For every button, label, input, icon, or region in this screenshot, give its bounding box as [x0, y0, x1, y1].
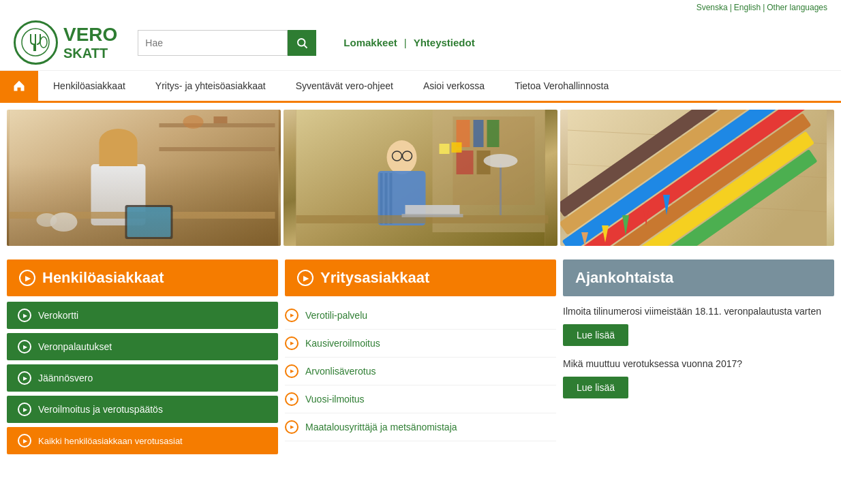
svg-rect-11 [91, 164, 146, 225]
svg-rect-28 [440, 144, 450, 154]
vuosi-ilmoitus-arrow [285, 392, 299, 406]
veronpalautukset-button[interactable]: Veronpalautukset [7, 333, 278, 360]
home-icon [12, 79, 26, 93]
nav-tietoa[interactable]: Tietoa Verohallinnosta [500, 72, 624, 99]
svenska-link[interactable]: Svenska [697, 3, 728, 12]
svg-rect-29 [452, 142, 462, 153]
henkiloasiakkaat-title: Henkilöasiakkaat [42, 269, 164, 287]
henkiloasiakkaat-header[interactable]: Henkilöasiakkaat [7, 259, 278, 296]
arvonlisaverotus-link[interactable]: Arvonlisäverotus [285, 358, 556, 385]
hero-woman-image [7, 110, 281, 246]
kaikki-button[interactable]: Kaikki henkilöasiakkaan verotusasiat [7, 427, 278, 454]
yritysasiakkaat-arrow-icon [297, 270, 314, 286]
veronpalautukset-arrow [18, 340, 31, 353]
maatalous-arrow [285, 420, 299, 434]
content-section: Henkilöasiakkaat Verokortti Veronpalautu… [0, 253, 841, 465]
search-button[interactable] [288, 30, 316, 56]
hero-image-2 [284, 110, 557, 246]
veroilmoitus-arrow [18, 403, 31, 416]
hero-man-svg [284, 110, 557, 246]
svg-rect-6 [159, 123, 275, 127]
yritysasiakkaat-title: Yritysasiakkaat [320, 269, 429, 287]
veroilmoitus-label: Veroilmoitus ja verotuspäätös [38, 404, 163, 415]
logo-vero: VERO [63, 25, 117, 46]
svg-rect-16 [127, 207, 171, 237]
svg-point-1 [40, 37, 47, 48]
nav-yritys[interactable]: Yritys- ja yhteisöasiakkaat [140, 72, 281, 99]
verokortti-label: Verokortti [38, 310, 78, 321]
nav-home-button[interactable] [0, 71, 38, 101]
kausivero-link[interactable]: Kausiveroilmoitus [285, 330, 556, 358]
verokortti-arrow [18, 309, 31, 322]
verotili-arrow [285, 309, 299, 322]
arvonlisaverotus-arrow [285, 364, 299, 378]
veronpalautukset-label: Veronpalautukset [38, 341, 112, 352]
svg-rect-39 [406, 205, 460, 215]
nav-asioi[interactable]: Asioi verkossa [408, 72, 500, 99]
svg-rect-5 [10, 110, 279, 246]
svg-rect-7 [159, 147, 275, 151]
navigation: Henkilöasiakkaat Yritys- ja yhteisöasiak… [0, 71, 841, 103]
news-text-1: Ilmoita tilinumerosi viimeistään 18.11. … [563, 304, 834, 319]
veroilmoitus-button[interactable]: Veroilmoitus ja verotuspäätös [7, 396, 278, 423]
verotili-link[interactable]: Verotili-palvelu [285, 302, 556, 330]
svg-rect-26 [457, 151, 474, 174]
svg-rect-24 [474, 120, 484, 147]
svg-point-42 [484, 154, 518, 168]
ajankohtaista-header: Ajankohtaista [563, 259, 834, 296]
logo-area: VERO SKATT [14, 20, 117, 65]
maatalous-label: Maatalousyrittäjä ja metsänomistaja [305, 422, 457, 432]
yritysasiakkaat-column: Yritysasiakkaat Verotili-palvelu Kausive… [285, 259, 556, 458]
vuosi-ilmoitus-label: Vuosi-ilmoitus [305, 394, 365, 405]
hero-pencils-image [560, 110, 834, 246]
svg-rect-25 [487, 120, 500, 147]
henkiloasiakkaat-arrow-icon [19, 270, 35, 286]
header-links: Lomakkeet | Yhteystiedot [343, 37, 474, 48]
kaikki-arrow [18, 434, 31, 447]
hero-image-1 [7, 110, 281, 246]
svg-point-8 [183, 115, 204, 129]
separator-1: | [730, 3, 732, 12]
kaikki-label: Kaikki henkilöasiakkaan verotusasiat [38, 436, 183, 446]
search-area [138, 30, 316, 56]
nav-syventavat[interactable]: Syventävät vero-ohjeet [281, 72, 408, 99]
jaannosvero-button[interactable]: Jäännösvero [7, 364, 278, 392]
english-link[interactable]: English [734, 3, 761, 12]
ajankohtaista-title: Ajankohtaista [575, 269, 673, 286]
svg-rect-14 [10, 212, 275, 219]
lomakkeet-link[interactable]: Lomakkeet [343, 37, 397, 48]
header: VERO SKATT Lomakkeet | Yhteystiedot [0, 15, 841, 71]
news-text-2: Mikä muuttuu verotuksessa vuonna 2017? [563, 357, 834, 371]
lue-lisaa-button-2[interactable]: Lue lisää [563, 377, 628, 398]
other-languages-link[interactable]: Other languages [767, 3, 827, 12]
top-bar: Svenska | English | Other languages [0, 0, 841, 15]
search-icon [296, 37, 308, 49]
search-input[interactable] [138, 30, 288, 56]
logo-skatt: SKATT [63, 46, 117, 61]
ajankohtaista-column: Ajankohtaista Ilmoita tilinumerosi viime… [563, 259, 834, 458]
arvonlisaverotus-label: Arvonlisäverotus [305, 366, 376, 377]
logo-svg [20, 27, 51, 58]
vuosi-ilmoitus-link[interactable]: Vuosi-ilmoitus [285, 385, 556, 413]
henkiloasiakkaat-column: Henkilöasiakkaat Verokortti Veronpalautu… [7, 259, 278, 458]
svg-line-3 [305, 45, 307, 48]
separator-2: | [763, 3, 765, 12]
news-item-1: Ilmoita tilinumerosi viimeistään 18.11. … [563, 304, 834, 346]
svg-point-17 [50, 212, 78, 232]
lue-lisaa-button-1[interactable]: Lue lisää [563, 324, 628, 346]
verokortti-button[interactable]: Verokortti [7, 302, 278, 329]
nav-henkiloasiakkaat[interactable]: Henkilöasiakkaat [38, 72, 140, 99]
hero-pencils-svg [560, 110, 834, 246]
jaannosvero-label: Jäännösvero [38, 373, 93, 383]
yritysasiakkaat-header[interactable]: Yritysasiakkaat [285, 259, 556, 296]
svg-point-18 [37, 213, 57, 227]
jaannosvero-arrow [18, 371, 31, 385]
logo-icon [14, 20, 58, 65]
yhteystiedot-link[interactable]: Yhteystiedot [414, 37, 475, 48]
svg-point-2 [298, 39, 305, 46]
maatalous-link[interactable]: Maatalousyrittäjä ja metsänomistaja [285, 413, 556, 441]
svg-rect-40 [402, 214, 463, 217]
logo-text: VERO SKATT [63, 25, 117, 61]
hero-image-3 [560, 110, 834, 246]
svg-rect-15 [125, 205, 173, 239]
